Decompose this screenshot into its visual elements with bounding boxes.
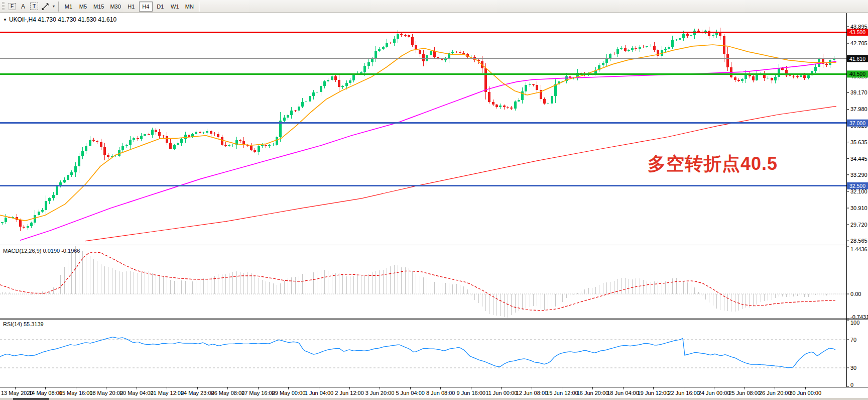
svg-text:30.910: 30.910	[850, 205, 867, 211]
price-badge-32.500: 32.500	[847, 182, 868, 189]
svg-text:26 May 08:00: 26 May 08:00	[211, 390, 245, 396]
svg-text:24 May 23:00: 24 May 23:00	[181, 390, 214, 396]
svg-text:26 Jun 20:00: 26 Jun 20:00	[759, 390, 791, 396]
toolbar-separator	[199, 2, 200, 12]
price-badge-41.610: 41.610	[847, 55, 868, 62]
svg-text:1 Jun 04:00: 1 Jun 04:00	[305, 390, 334, 396]
svg-text:41.610: 41.610	[849, 56, 865, 62]
scrollbar-thumb[interactable]	[13, 398, 49, 400]
price-badge-40.500: 40.500	[847, 70, 868, 77]
svg-text:35.635: 35.635	[850, 139, 867, 145]
svg-text:29.720: 29.720	[850, 222, 867, 228]
svg-text:39.170: 39.170	[850, 89, 867, 95]
price-badge-37.000: 37.000	[847, 120, 868, 127]
svg-text:5 Jun 04:00: 5 Jun 04:00	[396, 390, 425, 396]
timeframe-button-d1[interactable]: D1	[154, 2, 167, 12]
chart-area[interactable]: 43.89542.70541.51540.32539.17037.98036.8…	[0, 13, 868, 398]
svg-text:9 Jun 16:00: 9 Jun 16:00	[457, 390, 486, 396]
svg-text:30 Jun 00:00: 30 Jun 00:00	[789, 390, 821, 396]
svg-text:21 May 12:00: 21 May 12:00	[150, 390, 184, 396]
svg-text:25 Jun 08:00: 25 Jun 08:00	[728, 390, 761, 396]
svg-text:13 May 2020: 13 May 2020	[1, 390, 33, 396]
timeframe-button-m1[interactable]: M1	[62, 2, 75, 12]
price-badge-43.500: 43.500	[847, 29, 868, 36]
svg-text:20 May 04:00: 20 May 04:00	[120, 390, 154, 396]
arrow-objects-icon[interactable]	[40, 2, 51, 12]
svg-text:24 Jun 00:00: 24 Jun 00:00	[698, 390, 730, 396]
svg-text:18 May 20:00: 18 May 20:00	[89, 390, 123, 396]
timeframe-button-h4[interactable]: H4	[139, 2, 153, 12]
svg-text:32.500: 32.500	[849, 183, 865, 189]
svg-text:1.4436: 1.4436	[850, 246, 867, 252]
timeframe-button-mn[interactable]: MN	[183, 2, 196, 12]
dropdown-caret-icon[interactable]: ▼	[51, 2, 56, 12]
toolbar-icon-group: FAT▼	[7, 2, 56, 12]
svg-text:27 May 16:00: 27 May 16:00	[241, 390, 275, 396]
svg-text:18 Jun 04:00: 18 Jun 04:00	[607, 390, 639, 396]
svg-text:19 Jun 12:00: 19 Jun 12:00	[638, 390, 670, 396]
svg-text:11 Jun 00:00: 11 Jun 00:00	[485, 390, 517, 396]
svg-text:12 Jun 08:00: 12 Jun 08:00	[516, 390, 548, 396]
timeframe-group: M1M5M15M30H1H4D1W1MN	[61, 2, 197, 12]
svg-text:2 Jun 12:00: 2 Jun 12:00	[335, 390, 364, 396]
svg-text:29 May 00:00: 29 May 00:00	[272, 390, 306, 396]
timeframe-button-m30[interactable]: M30	[107, 2, 123, 12]
svg-text:8 Jun 08:00: 8 Jun 08:00	[426, 390, 455, 396]
svg-text:43.500: 43.500	[849, 29, 865, 35]
svg-text:16 Jun 20:00: 16 Jun 20:00	[577, 390, 609, 396]
svg-text:42.705: 42.705	[850, 40, 867, 46]
svg-text:40.500: 40.500	[849, 71, 865, 77]
toolbar-separator	[58, 2, 59, 12]
svg-text:37.000: 37.000	[849, 120, 865, 126]
toolbar: FAT▼ M1M5M15M30H1H4D1W1MN	[0, 0, 868, 13]
text-label-icon[interactable]: T	[29, 2, 40, 12]
svg-text:14 May 08:00: 14 May 08:00	[29, 390, 62, 396]
svg-text:33.290: 33.290	[850, 172, 867, 178]
svg-text:15 May 16:00: 15 May 16:00	[59, 390, 93, 396]
timeframe-button-h1[interactable]: H1	[125, 2, 138, 12]
svg-text:3 Jun 20:00: 3 Jun 20:00	[365, 390, 395, 396]
chart-grid-f-icon[interactable]: F	[7, 2, 18, 12]
timeframe-button-m15[interactable]: M15	[91, 2, 106, 12]
svg-text:28.565: 28.565	[850, 238, 867, 244]
toolbar-grip[interactable]	[2, 2, 5, 11]
chart-canvas[interactable]: 43.89542.70541.51540.32539.17037.98036.8…	[0, 13, 868, 398]
svg-text:100: 100	[850, 320, 859, 326]
svg-text:22 Jun 16:00: 22 Jun 16:00	[668, 390, 700, 396]
svg-text:0.00: 0.00	[850, 291, 861, 297]
svg-text:15 Jun 12:00: 15 Jun 12:00	[546, 390, 578, 396]
timeframe-button-m5[interactable]: M5	[76, 2, 90, 12]
font-a-icon[interactable]: A	[18, 2, 29, 12]
timeframe-button-w1[interactable]: W1	[168, 2, 182, 12]
svg-text:30: 30	[850, 365, 856, 371]
svg-text:37.980: 37.980	[850, 106, 867, 112]
svg-text:34.445: 34.445	[850, 156, 867, 162]
horizontal-scrollbar[interactable]	[0, 398, 868, 400]
svg-text:70: 70	[850, 337, 856, 343]
